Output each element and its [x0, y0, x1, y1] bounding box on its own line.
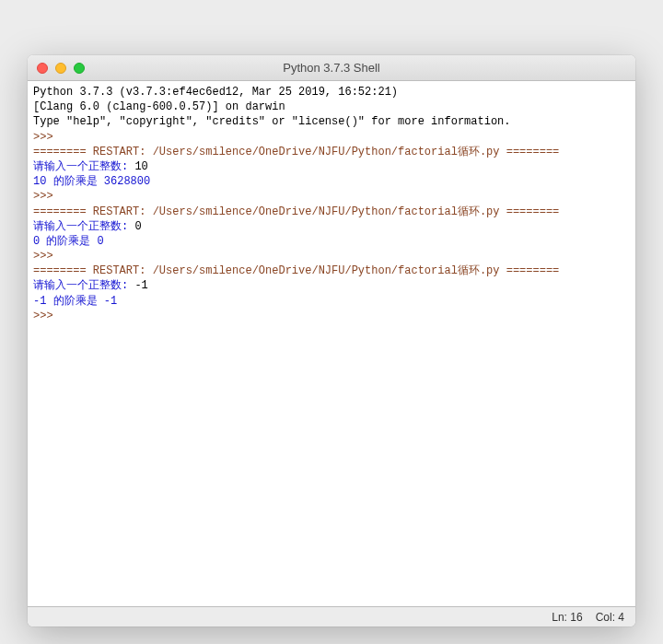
- window: Python 3.7.3 Shell Python 3.7.3 (v3.7.3:…: [28, 55, 635, 626]
- output-line: -1 的阶乘是 -1: [33, 295, 117, 308]
- python-compiler-line: [Clang 6.0 (clang-600.0.57)] on darwin: [33, 100, 285, 113]
- python-version-line: Python 3.7.3 (v3.7.3:ef4ec6ed12, Mar 25 …: [33, 86, 398, 99]
- prompt: >>>: [33, 131, 60, 144]
- output-line: 10 的阶乘是 3628800: [33, 175, 150, 188]
- restart-line: ======== RESTART: /Users/smilence/OneDri…: [33, 205, 559, 218]
- column-indicator: Col: 4: [596, 611, 624, 624]
- prompt: >>>: [33, 190, 60, 203]
- traffic-lights: [28, 63, 85, 74]
- minimize-button[interactable]: [55, 63, 66, 74]
- prompt: >>>: [33, 250, 60, 263]
- restart-line: ======== RESTART: /Users/smilence/OneDri…: [33, 146, 559, 158]
- close-button[interactable]: [37, 63, 48, 74]
- restart-line: ======== RESTART: /Users/smilence/OneDri…: [33, 264, 559, 277]
- input-prompt: 请输入一个正整数:: [33, 220, 134, 233]
- shell-content[interactable]: Python 3.7.3 (v3.7.3:ef4ec6ed12, Mar 25 …: [28, 81, 635, 606]
- statusbar: Ln: 16 Col: 4: [28, 606, 635, 626]
- titlebar[interactable]: Python 3.7.3 Shell: [28, 55, 635, 81]
- input-value: -1: [134, 279, 147, 292]
- maximize-button[interactable]: [74, 63, 85, 74]
- input-prompt: 请输入一个正整数:: [33, 279, 134, 292]
- prompt: >>>: [33, 310, 60, 322]
- input-prompt: 请输入一个正整数:: [33, 160, 134, 173]
- output-line: 0 的阶乘是 0: [33, 235, 104, 248]
- line-indicator: Ln: 16: [552, 611, 582, 624]
- input-value: 10: [134, 160, 147, 173]
- window-title: Python 3.7.3 Shell: [28, 61, 635, 75]
- python-help-line: Type "help", "copyright", "credits" or "…: [33, 115, 510, 128]
- input-value: 0: [134, 220, 141, 233]
